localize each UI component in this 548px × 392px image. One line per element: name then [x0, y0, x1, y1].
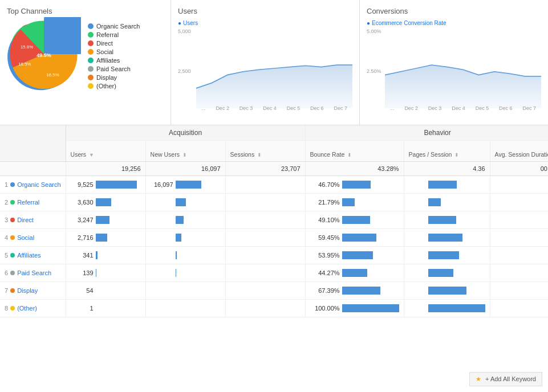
- pages-bar: [428, 181, 457, 189]
- row-number: 3: [5, 217, 8, 223]
- new-users-cell: [145, 247, 225, 264]
- new-users-cell: [145, 194, 225, 211]
- users-bar-wrap: 139: [71, 268, 141, 278]
- new-users-bar: [176, 269, 176, 277]
- col-pages[interactable]: Pages / Session ⬍: [404, 141, 490, 162]
- bounce-rate-cell: 44.27%: [305, 264, 404, 282]
- legend-direct: Direct: [88, 40, 140, 47]
- channel-link[interactable]: (Other): [17, 305, 37, 312]
- users-legend: Users: [178, 20, 352, 26]
- pages-session-cell: [404, 211, 490, 229]
- bounce-value: 67.39%: [310, 287, 340, 294]
- top-channels-panel: Top Channels Organic Search Referral Dir…: [0, 0, 171, 125]
- new-users-bar: [176, 198, 186, 206]
- legend-list: Organic Search Referral Direct Social Af…: [88, 23, 140, 91]
- top-channels-title: Top Channels: [7, 7, 164, 15]
- users-bar-wrap: 1: [71, 303, 141, 313]
- sessions-bar-wrap: [230, 197, 301, 207]
- legend-paid-search: Paid Search: [88, 66, 140, 72]
- users-bar-wrap: 341: [71, 250, 141, 260]
- channel-link[interactable]: Direct: [17, 217, 34, 223]
- bounce-value: 53.95%: [310, 252, 340, 259]
- channel-link[interactable]: Referral: [17, 199, 39, 206]
- pages-session-cell: [404, 229, 490, 247]
- new-users-bar-wrap: [151, 268, 221, 278]
- table-row: 7Display5467.39%2.17%: [0, 282, 548, 300]
- table-row: 2Referral3,63021.79%10.14%: [0, 194, 548, 211]
- channel-dot: [10, 271, 15, 275]
- channel-link[interactable]: Social: [17, 234, 34, 241]
- users-value: 139: [71, 270, 94, 276]
- avg-bar-wrap: [495, 303, 548, 313]
- users-bar: [96, 216, 109, 224]
- legend-affiliates: Affiliates: [88, 57, 140, 64]
- bounce-bar-wrap: 53.95%: [310, 250, 399, 260]
- channel-header-cell: [0, 125, 66, 162]
- channel-cell: 5Affiliates: [0, 247, 66, 264]
- sessions-cell: [225, 247, 305, 264]
- new-users-bar: [176, 181, 201, 189]
- bounce-bar-wrap: 46.70%: [310, 179, 399, 190]
- pages-bar: [428, 216, 456, 224]
- users-value: 1: [71, 305, 94, 312]
- bounce-rate-cell: 21.79%: [305, 194, 404, 211]
- channel-link[interactable]: Affiliates: [17, 252, 40, 259]
- pages-bar: [428, 251, 459, 259]
- channel-link[interactable]: Paid Search: [17, 270, 51, 276]
- bounce-value: 100.00%: [310, 305, 340, 312]
- channel-cell: 7Display: [0, 282, 66, 300]
- new-users-bar-wrap: [151, 285, 221, 296]
- users-cell: 54: [66, 282, 145, 300]
- pages-bar-wrap: [409, 303, 485, 313]
- pages-session-cell: [404, 300, 490, 317]
- sessions-bar-wrap: [230, 179, 301, 190]
- users-bar-wrap: 54: [71, 285, 141, 296]
- col-avg-session[interactable]: Avg. Session Duration ⬍: [490, 141, 548, 162]
- pages-bar-wrap: [409, 197, 485, 207]
- sessions-cell: [225, 194, 305, 211]
- total-sessions: 23,707: [225, 162, 305, 176]
- avg-bar-wrap: [495, 285, 548, 296]
- conversions-panel: Conversions Ecommerce Conversion Rate 5.…: [360, 0, 548, 125]
- col-users[interactable]: Users ▼: [66, 141, 145, 162]
- channel-link[interactable]: Organic Search: [17, 181, 60, 188]
- row-number: 1: [5, 181, 8, 188]
- avg-session-cell: [490, 282, 548, 300]
- conv-y-low: 2.50%: [367, 68, 381, 74]
- users-bar-wrap: 2,716: [71, 232, 141, 243]
- bounce-bar: [342, 287, 380, 295]
- sessions-cell: [225, 229, 305, 247]
- col-bounce[interactable]: Bounce Rate ⬍: [305, 141, 404, 162]
- avg-session-cell: [490, 247, 548, 264]
- bounce-value: 46.70%: [310, 181, 340, 188]
- bounce-rate-cell: 100.00%: [305, 300, 404, 317]
- legend-other: (Other): [88, 83, 140, 89]
- table-row: 4Social2,71659.45%0.24%: [0, 229, 548, 247]
- channel-dot: [10, 306, 15, 311]
- new-users-bar-wrap: 16,097: [151, 179, 221, 190]
- users-chart-area: 5,000 2,500 ... Dec 2 Dec 3 Dec 4 Dec 5 …: [178, 28, 352, 117]
- row-number: 8: [5, 305, 8, 312]
- channel-cell: 3Direct: [0, 211, 66, 229]
- pages-session-cell: [404, 247, 490, 264]
- bounce-bar-wrap: 59.45%: [310, 232, 399, 243]
- svg-text:18.5%: 18.5%: [18, 62, 31, 67]
- users-panel: Users Users 5,000 2,500 ... Dec 2 Dec 3 …: [171, 0, 360, 125]
- total-users: 19,256: [66, 162, 145, 176]
- col-sessions[interactable]: Sessions ⬍: [225, 141, 305, 162]
- avg-bar-wrap: [495, 268, 548, 278]
- bottom-section: Acquisition Behavior Conversions Users ▼…: [0, 125, 548, 317]
- pages-bar: [428, 304, 485, 312]
- col-new-users[interactable]: New Users ⬍: [145, 141, 225, 162]
- users-bar: [96, 181, 137, 189]
- channel-dot: [10, 253, 15, 258]
- pages-bar-wrap: [409, 268, 485, 278]
- sessions-cell: [225, 264, 305, 282]
- users-value: 3,247: [71, 217, 94, 223]
- users-bar: [96, 269, 96, 277]
- channel-link[interactable]: Display: [17, 287, 38, 294]
- users-bar-wrap: 3,630: [71, 197, 141, 207]
- row-number: 5: [5, 252, 8, 259]
- sessions-cell: [225, 300, 305, 317]
- bounce-bar-wrap: 100.00%: [310, 303, 399, 313]
